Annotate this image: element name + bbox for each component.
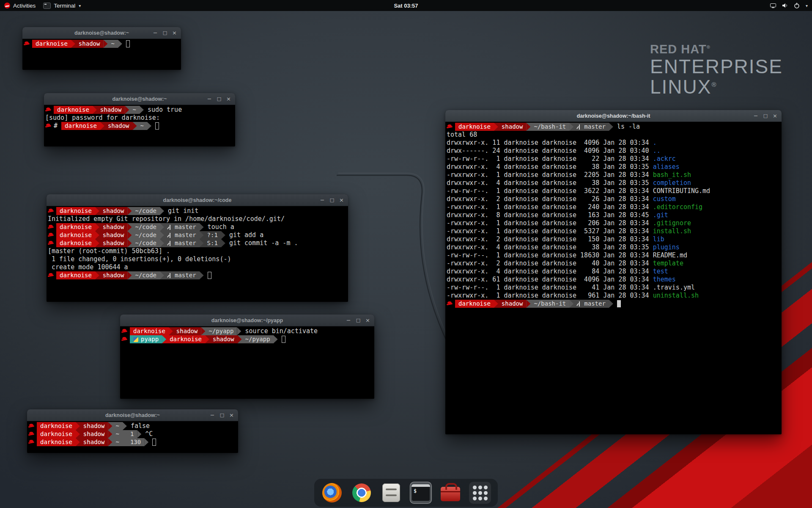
terminal-prompt-line: darknoiseshadow~ xyxy=(24,40,180,48)
redhat-prompt-icon xyxy=(48,231,55,239)
command-text: source bin/activate xyxy=(241,327,318,335)
terminal-prompt-line: darknoiseshadow~/code git init xyxy=(48,207,347,215)
dock-item-files[interactable] xyxy=(380,482,402,504)
system-status-area[interactable]: ▾ xyxy=(770,2,808,9)
terminal-prompt-line: darknoiseshadow~/pyapp source bin/activa… xyxy=(121,327,373,335)
dock-item-chrome[interactable] xyxy=(351,482,373,504)
powerline-separator xyxy=(71,40,75,48)
prompt-segment-gitstatus: ?:1 xyxy=(204,231,221,239)
powerline-separator xyxy=(569,300,573,308)
powerline-separator xyxy=(526,300,530,308)
close-button[interactable]: × xyxy=(365,318,370,323)
terminal-body[interactable]: darknoiseshadow~/pyapp source bin/activa… xyxy=(120,326,374,399)
terminal-window[interactable]: darknoise@shadow:~/bash-it −□× darknoise… xyxy=(445,110,782,434)
redhat-prompt-icon xyxy=(447,123,453,131)
prompt-segment-user: darknoise xyxy=(455,123,494,131)
terminal-icon xyxy=(411,484,430,501)
terminal-window[interactable]: darknoise@shadow:~/code −□× darknoisesha… xyxy=(47,194,348,302)
terminal-output-line: drwxrwxr-x. 2 darknoise darknoise 26 Jan… xyxy=(447,195,780,203)
maximize-button[interactable]: □ xyxy=(763,113,768,118)
git-branch-icon xyxy=(577,124,582,130)
terminal-output-line: drwxrwxr-x. 4 darknoise darknoise 38 Jan… xyxy=(447,179,780,187)
titlebar[interactable]: darknoise@shadow:~/code −□× xyxy=(47,194,348,206)
terminal-output-line: drwx------. 24 darknoise darknoise 4096 … xyxy=(447,147,780,155)
terminal-window[interactable]: darknoise@shadow:~ −□× darknoiseshadow~ xyxy=(22,27,181,70)
powerline-separator xyxy=(108,430,112,438)
terminal-body[interactable]: darknoiseshadow~ sudo true[sudo] passwor… xyxy=(44,105,235,146)
network-icon xyxy=(770,2,776,9)
powerline-separator xyxy=(201,327,205,335)
terminal-body[interactable]: darknoiseshadow~ falsedarknoiseshadow~1 … xyxy=(27,421,238,453)
chrome-icon xyxy=(352,483,371,502)
prompt-segment-user: darknoise xyxy=(56,271,95,279)
powerline-separator xyxy=(494,300,498,308)
terminal-output-line: -rwxrwxr-x. 2 darknoise darknoise 40 Jan… xyxy=(447,260,780,268)
terminal-body[interactable]: darknoiseshadow~/code git initInitialize… xyxy=(47,206,348,302)
powerline-separator xyxy=(127,223,132,231)
maximize-button[interactable]: □ xyxy=(356,318,360,323)
window-controls: −□× xyxy=(210,409,234,421)
powerline-separator xyxy=(76,422,80,430)
titlebar[interactable]: darknoise@shadow:~/bash-it −□× xyxy=(445,110,782,122)
rhel-watermark: RED HAT® ENTERPRISE LINUX® xyxy=(650,42,783,97)
dock xyxy=(314,479,498,507)
dock-item-terminal[interactable] xyxy=(410,482,432,504)
maximize-button[interactable]: □ xyxy=(217,97,221,101)
toolbox-icon xyxy=(441,487,460,501)
redhat-prompt-icon xyxy=(121,335,128,343)
terminal-prompt-line: darknoiseshadow~/codemasterS:1 git commi… xyxy=(48,239,347,247)
clock[interactable]: Sat 03:57 xyxy=(394,0,418,11)
terminal-body[interactable]: darknoiseshadow~/bash-itmaster ls -latot… xyxy=(445,122,782,434)
titlebar[interactable]: darknoise@shadow:~ −□× xyxy=(22,27,181,39)
terminal-window[interactable]: darknoise@shadow:~ −□× darknoiseshadow~ … xyxy=(27,409,238,453)
close-button[interactable]: × xyxy=(229,412,234,418)
minimize-button[interactable]: − xyxy=(320,197,325,203)
window-title: darknoise@shadow:~/bash-it xyxy=(577,113,650,119)
powerline-separator xyxy=(93,106,97,114)
prompt-segment-host: shadow xyxy=(99,271,128,279)
powerline-separator xyxy=(127,239,132,247)
volume-icon xyxy=(782,2,788,9)
redhat-prompt-icon xyxy=(48,239,55,247)
terminal-prompt-line: darknoiseshadow~130 xyxy=(28,438,237,446)
window-title: darknoise@shadow:~/code xyxy=(163,197,232,203)
activities-button[interactable]: Activities xyxy=(4,0,36,11)
redhat-prompt-icon xyxy=(28,438,35,446)
prompt-segment-path: ~ xyxy=(137,122,147,130)
titlebar[interactable]: darknoise@shadow:~ −□× xyxy=(44,93,235,105)
dock-item-firefox[interactable] xyxy=(321,482,343,504)
terminal-prompt-line: darknoiseshadow~/codemaster?:1 git add a xyxy=(48,231,347,239)
terminal-window[interactable]: darknoise@shadow:~ −□× darknoiseshadow~ … xyxy=(44,93,235,146)
powerline-separator xyxy=(95,207,99,215)
app-menu-terminal[interactable]: Terminal ▾ xyxy=(43,0,81,11)
dock-item-show-applications[interactable] xyxy=(469,482,491,504)
activities-label: Activities xyxy=(13,3,36,9)
terminal-body[interactable]: darknoiseshadow~ xyxy=(22,39,181,70)
minimize-button[interactable]: − xyxy=(346,318,351,323)
maximize-button[interactable]: □ xyxy=(330,198,334,202)
titlebar[interactable]: darknoise@shadow:~ −□× xyxy=(27,409,238,421)
powerline-separator xyxy=(160,239,164,247)
powerline-separator xyxy=(100,122,104,130)
minimize-button[interactable]: − xyxy=(210,412,215,418)
close-button[interactable]: × xyxy=(226,96,231,102)
prompt-segment-path: ~/code xyxy=(132,207,160,215)
prompt-segment-user: darknoise xyxy=(166,335,205,343)
terminal-prompt-line: darknoiseshadow~/codemaster touch a xyxy=(48,223,347,231)
close-button[interactable]: × xyxy=(172,30,177,36)
close-button[interactable]: × xyxy=(773,113,777,119)
close-button[interactable]: × xyxy=(339,197,344,203)
terminal-prompt-line: darknoiseshadow~/bash-itmaster xyxy=(447,300,780,308)
powerline-separator xyxy=(160,207,164,215)
terminal-window[interactable]: darknoise@shadow:~/pyapp −□× darknoisesh… xyxy=(120,315,374,399)
minimize-button[interactable]: − xyxy=(207,96,212,102)
prompt-segment-path: ~/code xyxy=(132,239,160,247)
maximize-button[interactable]: □ xyxy=(163,30,167,35)
prompt-segment-user: darknoise xyxy=(61,122,100,130)
window-controls: −□× xyxy=(207,93,231,105)
maximize-button[interactable]: □ xyxy=(220,413,224,417)
dock-item-toolbox[interactable] xyxy=(439,482,461,504)
minimize-button[interactable]: − xyxy=(754,113,758,119)
titlebar[interactable]: darknoise@shadow:~/pyapp −□× xyxy=(120,315,374,326)
minimize-button[interactable]: − xyxy=(153,30,158,36)
